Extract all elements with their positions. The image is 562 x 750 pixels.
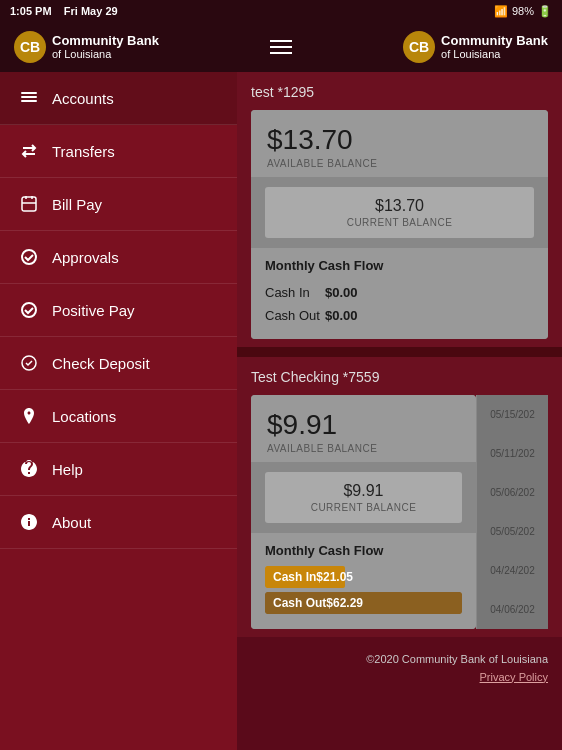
cash-in-bar-container: Cash In $21.05 — [265, 566, 462, 588]
sidebar-item-approvals[interactable]: Approvals — [0, 231, 237, 284]
sidebar-label-locations: Locations — [52, 408, 116, 425]
status-bar: 1:05 PM Fri May 29 📶 98% 🔋 — [0, 0, 562, 22]
cash-out-bar-row: Cash Out $62.29 — [265, 592, 462, 614]
accounts-icon — [18, 87, 40, 109]
locations-icon — [18, 405, 40, 427]
hamburger-line — [270, 46, 292, 48]
logo: CB Community Bank of Louisiana — [14, 31, 159, 63]
hamburger-line — [270, 40, 292, 42]
approvals-icon — [18, 246, 40, 268]
cash-in-label-2: Cash In — [273, 570, 316, 584]
dates-strip: 05/15/202 05/11/202 05/06/202 05/05/202 … — [476, 395, 548, 629]
account-card-wrapper-2: $9.91 AVAILABLE BALANCE $9.91 CURRENT BA… — [251, 395, 548, 629]
sidebar-label-approvals: Approvals — [52, 249, 119, 266]
available-balance-label-2: AVAILABLE BALANCE — [267, 443, 460, 454]
date-1: 05/15/202 — [477, 405, 548, 424]
sidebar-item-positivepay[interactable]: Positive Pay — [0, 284, 237, 337]
date-2: 05/11/202 — [477, 444, 548, 463]
current-balance-box-2: $9.91 CURRENT BALANCE — [265, 472, 462, 523]
svg-rect-1 — [21, 96, 37, 98]
sidebar-item-transfers[interactable]: Transfers — [0, 125, 237, 178]
date-6: 04/06/202 — [477, 600, 548, 619]
current-balance-label-2: CURRENT BALANCE — [281, 502, 446, 513]
sidebar-label-checkdeposit: Check Deposit — [52, 355, 150, 372]
cash-out-label-2: Cash Out — [273, 596, 326, 610]
monthly-title-1: Monthly Cash Flow — [265, 258, 534, 273]
monthly-cash-flow-1: Monthly Cash Flow Cash In $0.00 Cash Out… — [251, 248, 548, 339]
status-indicators: 📶 98% 🔋 — [494, 5, 552, 18]
sidebar-label-positivepay: Positive Pay — [52, 302, 135, 319]
account-section-1: test *1295 $13.70 AVAILABLE BALANCE $13.… — [237, 72, 562, 347]
status-time-date: 1:05 PM Fri May 29 — [10, 5, 118, 17]
account-title-1: test *1295 — [251, 84, 548, 100]
sidebar-label-billpay: Bill Pay — [52, 196, 102, 213]
about-icon — [18, 511, 40, 533]
battery-icon: 🔋 — [538, 5, 552, 18]
logo-icon-right: CB — [403, 31, 435, 63]
account-title-2: Test Checking *7559 — [251, 369, 548, 385]
logo-text-right: Community Bank of Louisiana — [441, 33, 548, 62]
positivepay-icon — [18, 299, 40, 321]
svg-rect-2 — [21, 100, 37, 102]
sidebar: Accounts Transfers Bill Pay — [0, 72, 237, 750]
section-divider — [237, 347, 562, 357]
footer: ©2020 Community Bank of Louisiana Privac… — [237, 637, 562, 694]
monthly-title-2: Monthly Cash Flow — [265, 543, 462, 558]
cash-out-bar: Cash Out $62.29 — [265, 592, 462, 614]
current-balance-amount-1: $13.70 — [281, 197, 518, 215]
date-3: 05/06/202 — [477, 483, 548, 502]
account-card-inner-2: $9.91 AVAILABLE BALANCE $9.91 CURRENT BA… — [251, 395, 476, 629]
account-card-1: $13.70 AVAILABLE BALANCE $13.70 CURRENT … — [251, 110, 548, 339]
cash-out-value-2: $62.29 — [326, 596, 363, 610]
balance-header-1: $13.70 AVAILABLE BALANCE — [251, 110, 548, 177]
cash-in-row-1: Cash In $0.00 — [265, 281, 534, 304]
account-section-2: Test Checking *7559 $9.91 AVAILABLE BALA… — [237, 357, 562, 637]
current-balance-label-1: CURRENT BALANCE — [281, 217, 518, 228]
sidebar-item-locations[interactable]: Locations — [0, 390, 237, 443]
battery-level: 98% — [512, 5, 534, 17]
cash-in-value-2: $21.05 — [316, 570, 353, 584]
menu-button[interactable] — [266, 36, 296, 58]
svg-point-4 — [22, 250, 36, 264]
svg-point-5 — [22, 303, 36, 317]
footer-copyright: ©2020 Community Bank of Louisiana — [251, 651, 548, 669]
sidebar-label-about: About — [52, 514, 91, 531]
available-balance-2: $9.91 — [267, 409, 460, 441]
svg-rect-3 — [22, 197, 36, 211]
sidebar-item-accounts[interactable]: Accounts — [0, 72, 237, 125]
current-balance-amount-2: $9.91 — [281, 482, 446, 500]
sidebar-label-help: Help — [52, 461, 83, 478]
cash-out-value-1: $0.00 — [325, 308, 358, 323]
sidebar-item-billpay[interactable]: Bill Pay — [0, 178, 237, 231]
help-icon — [18, 458, 40, 480]
hamburger-line — [270, 52, 292, 54]
wifi-icon: 📶 — [494, 5, 508, 18]
status-date: Fri May 29 — [64, 5, 118, 17]
date-4: 05/05/202 — [477, 522, 548, 541]
cash-in-bar: Cash In $21.05 — [265, 566, 345, 588]
logo-text: Community Bank of Louisiana — [52, 33, 159, 62]
status-time: 1:05 PM — [10, 5, 52, 17]
main-layout: Accounts Transfers Bill Pay — [0, 72, 562, 750]
logo-icon: CB — [14, 31, 46, 63]
footer-privacy-link[interactable]: Privacy Policy — [251, 669, 548, 687]
sidebar-label-accounts: Accounts — [52, 90, 114, 107]
billpay-icon — [18, 193, 40, 215]
sidebar-item-help[interactable]: Help — [0, 443, 237, 496]
content-area: test *1295 $13.70 AVAILABLE BALANCE $13.… — [237, 72, 562, 750]
sidebar-label-transfers: Transfers — [52, 143, 115, 160]
current-balance-box-1: $13.70 CURRENT BALANCE — [265, 187, 534, 238]
cash-in-label-1: Cash In — [265, 285, 325, 300]
transfers-icon — [18, 140, 40, 162]
cash-out-row-1: Cash Out $0.00 — [265, 304, 534, 327]
available-balance-label-1: AVAILABLE BALANCE — [267, 158, 468, 169]
available-balance-1: $13.70 — [267, 124, 468, 156]
monthly-cash-flow-2: Monthly Cash Flow Cash In $21.05 — [251, 533, 476, 629]
checkdeposit-icon — [18, 352, 40, 374]
balance-header-2: $9.91 AVAILABLE BALANCE — [251, 395, 476, 462]
svg-rect-0 — [21, 92, 37, 94]
sidebar-item-about[interactable]: About — [0, 496, 237, 549]
cash-in-value-1: $0.00 — [325, 285, 358, 300]
cash-out-label-1: Cash Out — [265, 308, 325, 323]
sidebar-item-checkdeposit[interactable]: Check Deposit — [0, 337, 237, 390]
